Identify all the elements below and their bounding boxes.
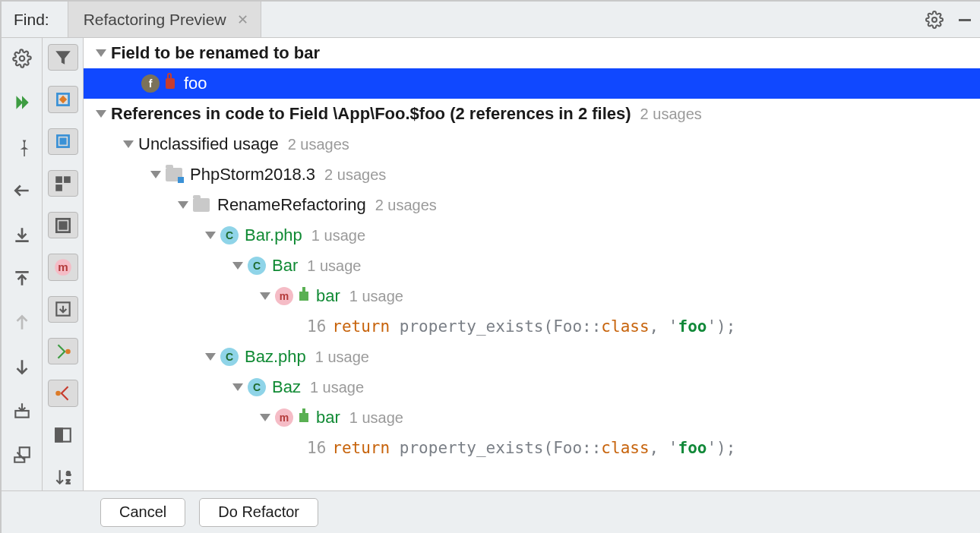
- expand-all-button[interactable]: [7, 220, 37, 249]
- group-module-button[interactable]: [48, 86, 78, 112]
- file-name: Bar.php: [245, 226, 302, 245]
- chevron-down-icon[interactable]: [178, 201, 188, 209]
- class-name: Bar: [272, 256, 298, 276]
- visibility-icon: [299, 292, 308, 301]
- usage-count: 1 usage: [307, 257, 361, 275]
- tree-item-project[interactable]: PhpStorm2018.3 2 usages: [84, 159, 980, 190]
- next-button[interactable]: [7, 352, 37, 381]
- field-name: foo: [184, 74, 207, 93]
- group-package-button[interactable]: [48, 170, 78, 197]
- svg-rect-9: [64, 176, 71, 183]
- class-icon: C: [248, 378, 266, 396]
- svg-rect-12: [59, 222, 66, 229]
- class-file-icon: C: [220, 226, 239, 244]
- import-preview-button[interactable]: [48, 296, 78, 323]
- chevron-down-icon[interactable]: [205, 232, 216, 239]
- chevron-down-icon[interactable]: [260, 292, 270, 300]
- chevron-down-icon[interactable]: [205, 353, 216, 361]
- refactor-tree[interactable]: Field to be renamed to bar f foo Referen…: [84, 38, 980, 490]
- tree-item-method[interactable]: m bar 1 usage: [84, 402, 980, 433]
- chevron-down-icon[interactable]: [96, 49, 106, 57]
- prev-button[interactable]: [7, 308, 37, 337]
- tree-item-file[interactable]: C Bar.php 1 usage: [84, 220, 980, 251]
- heading-text: References in code to Field \App\Foo.$fo…: [111, 104, 631, 124]
- tree-item-class[interactable]: C Bar 1 usage: [84, 251, 980, 281]
- gear-icon[interactable]: [919, 11, 950, 29]
- group-method-button[interactable]: m: [48, 254, 78, 280]
- tree-item-unclassified[interactable]: Unclassified usage 2 usages: [84, 129, 980, 159]
- method-name: bar: [316, 408, 340, 427]
- preview-panel-button[interactable]: [48, 422, 78, 449]
- heading-text: Field to be renamed to bar: [111, 43, 320, 63]
- svg-text:a: a: [66, 468, 71, 477]
- tree-label: RenameRefactoring: [217, 195, 366, 215]
- footer: Cancel Do Refactor: [2, 490, 980, 533]
- usage-count: 1 usage: [349, 409, 403, 427]
- svg-rect-10: [55, 184, 62, 191]
- usage-count: 1 usage: [315, 348, 369, 366]
- svg-point-16: [65, 348, 71, 354]
- svg-rect-1: [959, 19, 971, 21]
- project-folder-icon: [166, 168, 182, 181]
- chevron-down-icon[interactable]: [232, 383, 243, 391]
- rerun-button[interactable]: [7, 88, 37, 117]
- panel-header: Find: Refactoring Preview ✕: [2, 2, 980, 38]
- toolbar-left: [2, 38, 43, 490]
- sort-button[interactable]: az: [48, 464, 78, 490]
- open-new-window-button[interactable]: [7, 440, 37, 469]
- usage-count: 1 usage: [310, 379, 364, 396]
- close-icon[interactable]: ✕: [236, 11, 250, 28]
- back-button[interactable]: [7, 176, 37, 205]
- chevron-down-icon[interactable]: [150, 171, 161, 178]
- usage-count: 2 usages: [288, 136, 349, 153]
- visibility-icon: [299, 413, 308, 422]
- tab-refactoring-preview[interactable]: Refactoring Preview ✕: [68, 2, 261, 37]
- usage-count: 2 usages: [640, 106, 702, 123]
- field-icon: f: [141, 74, 160, 93]
- tree-item-field-foo[interactable]: f foo: [84, 68, 980, 99]
- class-name: Baz: [272, 377, 301, 397]
- tree-item-folder[interactable]: RenameRefactoring 2 usages: [84, 190, 980, 220]
- tree-item-method[interactable]: m bar 1 usage: [84, 281, 980, 311]
- usage-count: 1 usage: [349, 288, 403, 305]
- tree-heading-field[interactable]: Field to be renamed to bar: [84, 38, 980, 68]
- chevron-down-icon[interactable]: [123, 140, 134, 148]
- tree-heading-references[interactable]: References in code to Field \App\Foo.$fo…: [84, 99, 980, 129]
- method-name: bar: [316, 286, 340, 306]
- chevron-down-icon[interactable]: [260, 414, 270, 421]
- file-name: Baz.php: [245, 347, 306, 367]
- tree-item-code-line[interactable]: 16return property_exists(Foo::class, 'fo…: [84, 311, 980, 342]
- collapse-all-button[interactable]: [7, 264, 37, 293]
- svg-rect-19: [55, 429, 62, 442]
- tree-label: Unclassified usage: [138, 134, 279, 154]
- show-read-button[interactable]: [48, 338, 78, 364]
- line-number: 16: [307, 317, 326, 336]
- line-number: 16: [307, 439, 326, 457]
- pin-button[interactable]: [7, 132, 37, 161]
- cancel-button[interactable]: Cancel: [100, 498, 185, 527]
- svg-rect-7: [60, 139, 65, 144]
- group-file-button[interactable]: [48, 128, 78, 155]
- svg-point-17: [55, 391, 61, 396]
- folder-icon: [193, 198, 210, 212]
- svg-text:m: m: [58, 261, 68, 274]
- group-scope-button[interactable]: [48, 212, 78, 238]
- tree-item-file[interactable]: C Baz.php 1 usage: [84, 342, 980, 372]
- do-refactor-button[interactable]: Do Refactor: [199, 498, 318, 527]
- tree-item-code-line[interactable]: 16return property_exists(Foo::class, 'fo…: [84, 433, 980, 463]
- chevron-down-icon[interactable]: [96, 110, 106, 118]
- minimize-icon[interactable]: [950, 11, 980, 29]
- filter-button[interactable]: [48, 44, 78, 71]
- export-button[interactable]: [7, 396, 37, 425]
- svg-point-0: [932, 17, 937, 22]
- svg-text:z: z: [66, 477, 70, 485]
- tree-item-class[interactable]: C Baz 1 usage: [84, 372, 980, 402]
- find-label: Find:: [2, 11, 68, 29]
- chevron-down-icon[interactable]: [232, 262, 243, 270]
- usage-count: 2 usages: [375, 197, 437, 214]
- lock-icon: [166, 78, 175, 89]
- settings-button[interactable]: [7, 44, 37, 73]
- show-write-button[interactable]: [48, 380, 78, 406]
- usage-count: 2 usages: [324, 166, 386, 184]
- method-icon: m: [275, 408, 293, 427]
